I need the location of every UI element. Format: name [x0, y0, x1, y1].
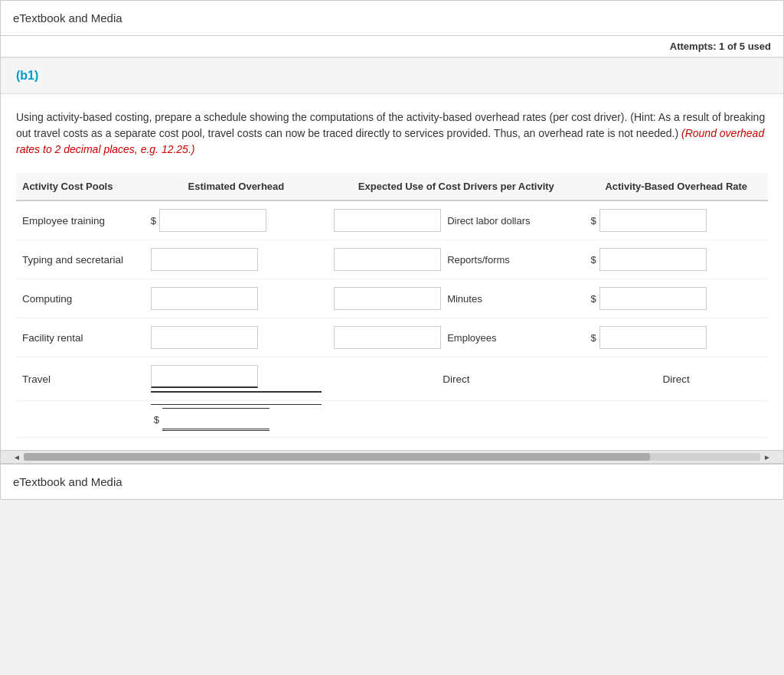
table-row: Facility rental Employees	[16, 318, 768, 357]
expected-cell-facility: Employees	[328, 318, 584, 357]
rate-cell-computing: $	[584, 279, 768, 318]
scroll-right-arrow[interactable]: ►	[763, 453, 771, 461]
attempts-bar: Attempts: 1 of 5 used	[1, 36, 783, 58]
scrollbar-area[interactable]: ◄ ►	[1, 450, 783, 464]
rate-input-employee-training[interactable]	[599, 209, 707, 232]
scroll-track[interactable]	[24, 453, 760, 461]
instruction-block: Using activity-based costing, prepare a …	[16, 109, 768, 158]
header-estimated-overhead: Estimated Overhead	[145, 173, 328, 201]
driver-label-facility: Employees	[447, 332, 496, 344]
expected-cell-travel-direct: Direct	[328, 357, 584, 401]
dollar-sign-rate: $	[590, 215, 596, 227]
bottom-bar: eTextbook and Media	[1, 464, 783, 499]
activity-label-typing-secretarial: Typing and secretarial	[16, 240, 145, 279]
travel-direct-label: Direct	[443, 373, 469, 385]
bottom-bar-title: eTextbook and Media	[13, 475, 122, 488]
rate-input-typing[interactable]	[599, 248, 707, 271]
dollar-sign-total: $	[154, 414, 159, 426]
estimated-input-typing[interactable]	[151, 248, 258, 271]
table-row: Employee training $ Direct labor dollars	[16, 201, 768, 240]
driver-label-employee-training: Direct labor dollars	[447, 215, 530, 227]
dollar-sign: $	[151, 215, 156, 227]
section-label-bar: (b1)	[1, 58, 783, 94]
estimated-cell-computing	[145, 279, 328, 318]
rate-cell-facility: $	[584, 318, 768, 357]
driver-label-typing: Reports/forms	[447, 254, 510, 266]
header-activity-based-rate: Activity-Based Overhead Rate	[584, 173, 768, 201]
total-row: $	[16, 401, 768, 438]
estimated-input-computing[interactable]	[151, 287, 258, 310]
activity-table: Activity Cost Pools Estimated Overhead E…	[16, 173, 768, 438]
instruction-main: Using activity-based costing, prepare a …	[16, 111, 765, 139]
header-activity-cost-pools: Activity Cost Pools	[16, 173, 145, 201]
scroll-thumb	[24, 453, 650, 461]
main-content: Using activity-based costing, prepare a …	[1, 94, 783, 450]
estimated-cell-travel	[145, 357, 328, 401]
total-label-cell	[16, 401, 145, 438]
rate-input-facility[interactable]	[599, 326, 707, 349]
total-input-cell: $	[145, 401, 328, 438]
expected-cell-computing: Minutes	[328, 279, 584, 318]
activity-label-computing: Computing	[16, 279, 145, 318]
dollar-sign-rate-typing: $	[590, 254, 596, 266]
estimated-input-facility[interactable]	[151, 326, 258, 349]
expected-cell-typing: Reports/forms	[328, 240, 584, 279]
rate-cell-employee-training: $	[584, 201, 768, 240]
expected-input-typing[interactable]	[334, 248, 441, 271]
top-bar: eTextbook and Media	[1, 1, 783, 36]
activity-label-travel: Travel	[16, 357, 145, 401]
expected-cell-employee-training: Direct labor dollars	[328, 201, 584, 240]
rate-cell-typing: $	[584, 240, 768, 279]
expected-input-facility[interactable]	[334, 326, 441, 349]
attempts-label: Attempts: 1 of 5 used	[670, 41, 771, 52]
top-bar-title: eTextbook and Media	[13, 11, 122, 24]
rate-input-computing[interactable]	[599, 287, 707, 310]
estimated-cell-typing	[145, 240, 328, 279]
estimated-cell-facility	[145, 318, 328, 357]
table-row: Computing Minutes $	[16, 279, 768, 318]
expected-input-employee-training[interactable]	[334, 209, 441, 232]
activity-label-facility-rental: Facility rental	[16, 318, 145, 357]
activity-label-employee-training: Employee training	[16, 201, 145, 240]
expected-input-computing[interactable]	[334, 287, 441, 310]
estimated-input-employee-training[interactable]	[159, 209, 266, 232]
total-input[interactable]	[162, 408, 270, 431]
total-empty-expected	[328, 401, 584, 438]
table-row: Travel Direct Direct	[16, 357, 768, 401]
dollar-sign-rate-computing: $	[590, 293, 596, 305]
estimated-input-travel[interactable]	[151, 365, 258, 388]
section-label: (b1)	[16, 69, 38, 82]
total-empty-rate	[584, 401, 768, 438]
header-expected-use: Expected Use of Cost Drivers per Activit…	[328, 173, 584, 201]
estimated-cell-employee-training: $	[145, 201, 328, 240]
table-row: Typing and secretarial Reports/forms	[16, 240, 768, 279]
travel-rate-direct-label: Direct	[663, 373, 690, 385]
scroll-left-arrow[interactable]: ◄	[13, 453, 21, 461]
rate-cell-travel-direct: Direct	[584, 357, 768, 401]
driver-label-computing: Minutes	[447, 293, 482, 305]
dollar-sign-rate-facility: $	[590, 332, 596, 344]
